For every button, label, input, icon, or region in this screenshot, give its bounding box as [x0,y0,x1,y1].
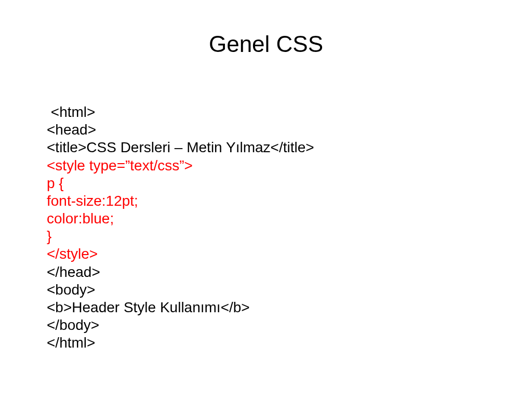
code-line: <style type=”text/css”> [47,157,193,174]
code-line: <title>CSS Dersleri – Metin Yılmaz</titl… [47,139,314,155]
code-line: <body> [47,282,95,298]
page-title: Genel CSS [47,31,485,57]
code-line: p { [47,175,64,191]
code-line: <html> [47,104,95,120]
code-line: </style> [47,246,98,262]
code-line: </body> [47,317,99,333]
code-line: </head> [47,264,100,280]
code-block: <html> <head> <title>CSS Dersleri – Meti… [47,86,485,352]
slide: Genel CSS <html> <head> <title>CSS Dersl… [0,0,532,399]
code-line: </html> [47,335,95,351]
code-line: color:blue; [47,210,114,227]
code-line: <head> [47,122,96,138]
code-line: } [47,228,51,244]
code-line: <b>Header Style Kullanımı</b> [47,299,250,315]
code-line: font-size:12pt; [47,193,138,209]
